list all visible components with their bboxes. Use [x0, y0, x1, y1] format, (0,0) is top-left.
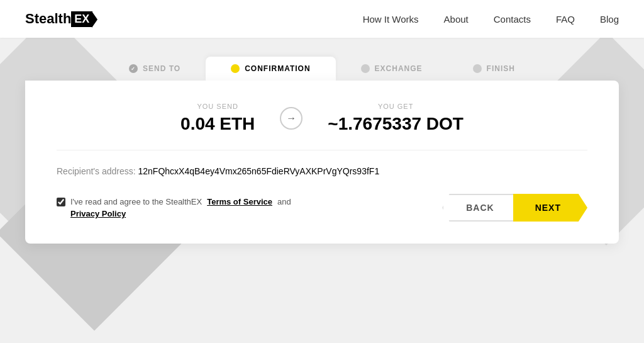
exchange-row: YOU SEND 0.04 ETH → YOU GET ~1.7675337 D…: [57, 103, 587, 150]
nav-faq[interactable]: FAQ: [556, 14, 575, 25]
step-exchange-icon: [361, 64, 370, 73]
nav-contacts[interactable]: Contacts: [494, 14, 531, 25]
checkbox-text-and: and: [277, 197, 291, 206]
main-content: ✓ SEND TO CONFIRMATION EXCHANGE FINISH Y…: [0, 38, 644, 262]
recipient-row: Recipient's address: 12nFQhcxX4qB4ey4Vmx…: [57, 166, 587, 176]
step-send-to: ✓ SEND TO: [104, 57, 206, 81]
privacy-policy-link[interactable]: Privacy Policy: [70, 209, 126, 218]
agreement-area: I've read and agree to the StealthEX Ter…: [57, 197, 291, 218]
back-button[interactable]: BACK: [442, 194, 514, 222]
bottom-row: I've read and agree to the StealthEX Ter…: [57, 194, 587, 222]
step-exchange: EXCHANGE: [336, 57, 448, 81]
you-get-label: YOU GET: [328, 103, 464, 110]
step-finish-icon: [473, 64, 482, 73]
recipient-label: Recipient's address:: [57, 166, 136, 176]
nav-blog[interactable]: Blog: [600, 14, 619, 25]
checkbox-text-before: I've read and agree to the StealthEX: [70, 197, 202, 206]
get-side: YOU GET ~1.7675337 DOT: [328, 103, 464, 134]
step-confirmation: CONFIRMATION: [206, 57, 335, 81]
action-buttons: BACK NEXT: [442, 194, 587, 222]
logo-text-stealth: Stealth: [25, 11, 71, 27]
steps-bar: ✓ SEND TO CONFIRMATION EXCHANGE FINISH: [25, 57, 619, 81]
step-finish: FINISH: [448, 57, 540, 81]
nav-how-it-works[interactable]: How It Works: [363, 14, 419, 25]
step-exchange-label: EXCHANGE: [375, 64, 423, 73]
privacy-link-row: Privacy Policy: [70, 209, 291, 218]
main-nav: How It Works About Contacts FAQ Blog: [363, 14, 619, 25]
checkbox-line: I've read and agree to the StealthEX Ter…: [57, 197, 291, 206]
step-finish-label: FINISH: [487, 64, 515, 73]
confirmation-card: YOU SEND 0.04 ETH → YOU GET ~1.7675337 D…: [25, 81, 619, 244]
step-send-to-label: SEND TO: [143, 64, 180, 73]
send-amount: 0.04 ETH: [180, 114, 255, 134]
nav-about[interactable]: About: [444, 14, 469, 25]
exchange-arrow: →: [280, 107, 303, 130]
header: StealthEX How It Works About Contacts FA…: [0, 0, 644, 38]
recipient-address: 12nFQhcxX4qB4ey4Vmx265n65FdieRVyAXKPrVgY…: [138, 166, 380, 176]
you-send-label: YOU SEND: [180, 103, 255, 110]
logo[interactable]: StealthEX: [25, 11, 92, 27]
step-send-to-icon: ✓: [129, 64, 138, 73]
agree-checkbox[interactable]: [57, 198, 65, 206]
send-side: YOU SEND 0.04 ETH: [180, 103, 255, 134]
terms-of-service-link[interactable]: Terms of Service: [207, 197, 272, 206]
next-button[interactable]: NEXT: [513, 194, 587, 222]
logo-text-ex: EX: [71, 11, 92, 27]
get-amount: ~1.7675337 DOT: [328, 114, 464, 134]
step-confirmation-icon: [231, 64, 240, 73]
step-confirmation-label: CONFIRMATION: [245, 64, 310, 73]
